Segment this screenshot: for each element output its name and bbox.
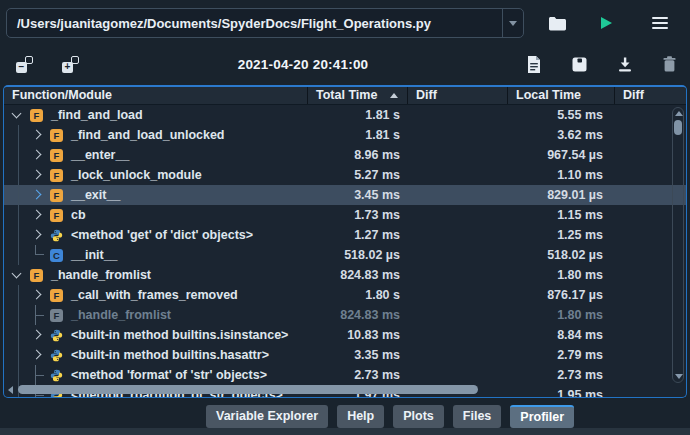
chevron-right-icon[interactable] — [29, 125, 43, 145]
function-cell: <method 'get' of 'dict' objects> — [4, 225, 308, 245]
chevron-right-icon[interactable] — [29, 205, 43, 225]
function-cell: <method 'format' of 'str' objects> — [4, 365, 308, 385]
table-row[interactable]: F__enter__8.96 ms967.54 µs — [4, 145, 686, 165]
column-header-function-module[interactable]: Function/Module — [4, 87, 308, 104]
collapse-button[interactable]: − — [16, 56, 33, 73]
total-time-value: 1.80 s — [308, 285, 408, 305]
caret-down-icon — [509, 21, 517, 26]
table-row[interactable]: F_handle_fromlist824.83 ms1.80 ms — [4, 265, 686, 285]
column-header-diff[interactable]: Diff — [408, 87, 508, 104]
function-cell: <built-in method builtins.isinstance> — [4, 325, 308, 345]
browse-file-button[interactable] — [548, 16, 567, 31]
profiler-pane: /Users/juanitagomez/Documents/SpyderDocs… — [0, 0, 690, 435]
total-time-value: 824.83 ms — [308, 265, 408, 285]
chevron-down-icon[interactable] — [9, 105, 23, 125]
vertical-scrollbar-thumb[interactable] — [674, 120, 682, 135]
local-time-value: 876.17 µs — [508, 285, 615, 305]
clear-button[interactable] — [663, 56, 676, 72]
load-data-button[interactable] — [618, 57, 632, 72]
tree-branch-tee — [35, 305, 44, 325]
tree-guide-line — [18, 205, 19, 225]
folder-icon — [548, 16, 567, 31]
tree-guide-line — [18, 305, 19, 325]
total-time-value: 1.73 ms — [308, 205, 408, 225]
table-row[interactable]: F_find_and_load1.81 s5.55 ms — [4, 105, 686, 125]
local-time-value: 2.73 ms — [508, 365, 615, 385]
options-menu-button[interactable] — [652, 17, 668, 29]
local-time-value: 3.62 ms — [508, 125, 615, 145]
path-toolbar: /Users/juanitagomez/Documents/SpyderDocs… — [6, 7, 684, 39]
scroll-left-arrow-icon[interactable] — [8, 386, 13, 394]
tab-files[interactable]: Files — [453, 405, 502, 428]
tree-guide-line — [18, 165, 19, 185]
table-row[interactable]: <method 'get' of 'dict' objects>1.27 ms1… — [4, 225, 686, 245]
chevron-right-icon[interactable] — [29, 145, 43, 165]
diff-value — [408, 245, 508, 265]
horizontal-scrollbar[interactable] — [6, 384, 670, 395]
combobox-dropdown-button[interactable] — [502, 9, 523, 37]
column-header-local-time[interactable]: Local Time — [508, 87, 615, 104]
column-header-total-time[interactable]: Total Time — [308, 87, 408, 104]
local-time-value: 1.80 ms — [508, 265, 615, 285]
scroll-down-arrow-icon[interactable] — [675, 374, 683, 379]
scroll-up-arrow-icon[interactable] — [675, 111, 683, 116]
tree-branch-elbow — [35, 245, 44, 255]
function-name: <built-in method builtins.isinstance> — [71, 325, 288, 345]
chevron-right-icon[interactable] — [29, 325, 43, 345]
tree-guide-line — [18, 125, 19, 145]
diff-value — [408, 105, 508, 125]
chevron-right-icon[interactable] — [29, 185, 43, 205]
local-time-value: 5.55 ms — [508, 105, 615, 125]
table-row[interactable]: C__init__518.02 µs518.02 µs — [4, 245, 686, 265]
table-row[interactable]: F_lock_unlock_module5.27 ms1.10 ms — [4, 165, 686, 185]
tab-variable-explorer[interactable]: Variable Explorer — [206, 405, 328, 428]
chevron-right-icon[interactable] — [29, 225, 43, 245]
diff-value — [408, 345, 508, 365]
tree-guide-line — [18, 145, 19, 165]
function-name: _handle_fromlist — [51, 265, 151, 285]
output-button[interactable] — [527, 56, 541, 73]
chevron-right-icon[interactable] — [29, 345, 43, 365]
diff-value — [408, 185, 508, 205]
tree-guide-line — [18, 245, 19, 265]
table-row[interactable]: <built-in method builtins.isinstance>10.… — [4, 325, 686, 345]
chevron-down-icon[interactable] — [9, 265, 23, 285]
save-icon — [572, 57, 587, 72]
function-name: __init__ — [71, 245, 118, 265]
table-row[interactable]: Fcb1.73 ms1.15 ms — [4, 205, 686, 225]
diff-value — [408, 265, 508, 285]
run-profiler-button[interactable] — [601, 17, 612, 29]
script-path-combobox[interactable]: /Users/juanitagomez/Documents/SpyderDocs… — [6, 8, 524, 38]
function-icon: F — [30, 269, 43, 282]
column-header-local-diff[interactable]: Diff — [615, 87, 686, 104]
profiler-table: Function/Module Total Time Diff Local Ti… — [3, 85, 687, 398]
horizontal-scrollbar-thumb[interactable] — [18, 385, 478, 394]
function-name: cb — [71, 205, 86, 225]
table-row[interactable]: F_handle_fromlist824.83 ms1.80 ms — [4, 305, 686, 325]
tab-profiler[interactable]: Profiler — [510, 405, 574, 428]
expand-button[interactable]: + — [62, 56, 79, 73]
function-cell: F_find_and_load_unlocked — [4, 125, 308, 145]
chevron-right-icon[interactable] — [29, 165, 43, 185]
tab-plots[interactable]: Plots — [393, 405, 444, 428]
tab-help[interactable]: Help — [337, 405, 384, 428]
profiler-rows: F_find_and_load1.81 s5.55 msF_find_and_l… — [4, 105, 686, 397]
save-data-button[interactable] — [572, 57, 587, 72]
table-row[interactable]: F__exit__3.45 ms829.01 µs — [4, 185, 686, 205]
function-cell: F_lock_unlock_module — [4, 165, 308, 185]
vertical-scrollbar[interactable] — [672, 107, 684, 383]
diff-value — [408, 205, 508, 225]
table-row[interactable]: F_call_with_frames_removed1.80 s876.17 µ… — [4, 285, 686, 305]
chevron-right-icon[interactable] — [29, 285, 43, 305]
local-time-value: 1.10 ms — [508, 165, 615, 185]
data-buttons — [527, 56, 690, 73]
total-time-value: 5.27 ms — [308, 165, 408, 185]
table-row[interactable]: <method 'format' of 'str' objects>2.73 m… — [4, 365, 686, 385]
table-row[interactable]: F_find_and_load_unlocked1.81 s3.62 ms — [4, 125, 686, 145]
table-row[interactable]: <built-in method builtins.hasattr>3.35 m… — [4, 345, 686, 365]
function-name: __enter__ — [71, 145, 129, 165]
tree-guide-line — [18, 345, 19, 365]
script-path[interactable]: /Users/juanitagomez/Documents/SpyderDocs… — [7, 16, 502, 31]
function-icon: F — [30, 109, 43, 122]
local-time-value: 518.02 µs — [508, 245, 615, 265]
